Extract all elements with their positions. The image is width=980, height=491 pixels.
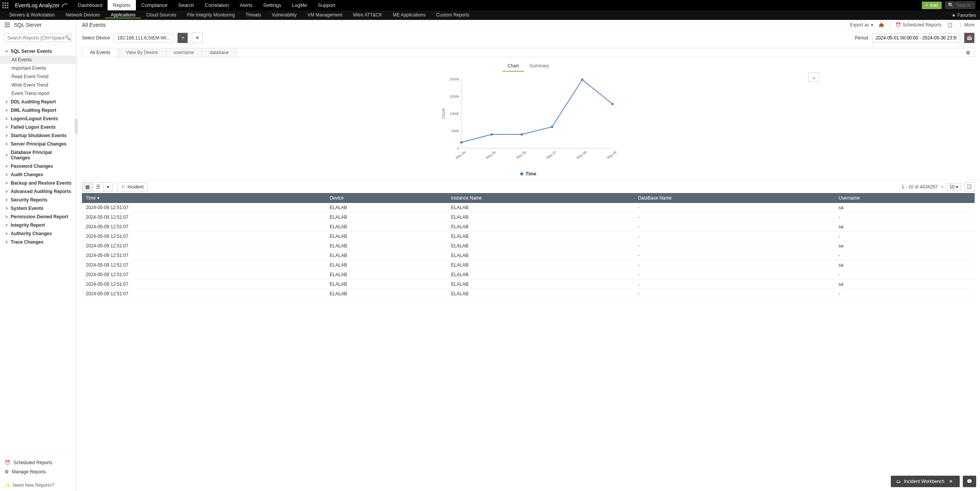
- column-header[interactable]: DataBase Name: [634, 193, 835, 203]
- tree-group[interactable]: System Events: [0, 204, 76, 213]
- need-reports-link[interactable]: ✨ Need New Reports?: [0, 480, 76, 491]
- subnav-item[interactable]: Servers & Workstation: [4, 12, 60, 18]
- table-row[interactable]: 2024-05-09 12:51:07ELALABELALAB-sa: [82, 260, 975, 270]
- tree-group[interactable]: Integrity Report: [0, 221, 76, 229]
- subnav-item[interactable]: Vulnerability: [266, 12, 302, 18]
- result-tab[interactable]: database: [202, 48, 237, 57]
- tree-group[interactable]: SQL Server Events: [0, 47, 76, 56]
- scheduled-reports-link[interactable]: ⏰ Scheduled Reports: [5, 458, 72, 467]
- topnav-compliance[interactable]: Compliance: [136, 0, 173, 10]
- topnav-settings[interactable]: Settings: [258, 0, 287, 10]
- tree-group[interactable]: Failed Logon Events: [0, 123, 76, 131]
- tree-child[interactable]: Write Event Trend: [0, 81, 76, 89]
- add-device-button[interactable]: +: [177, 33, 188, 43]
- schedule-add-icon[interactable]: 📋: [947, 22, 953, 28]
- global-search[interactable]: 🔍: [945, 1, 975, 9]
- filter-button[interactable]: ▼: [192, 33, 203, 43]
- tree-group[interactable]: Permission Denied Report: [0, 213, 76, 221]
- subnav-item[interactable]: Cloud Sources: [141, 12, 182, 18]
- table-row[interactable]: 2024-05-09 12:51:07ELALABELALAB-sa: [82, 241, 975, 251]
- device-select[interactable]: 192.168.111.6,SIEM-WI...: [114, 33, 173, 43]
- subnav-item[interactable]: File Integrity Monitoring: [182, 12, 240, 18]
- table-row[interactable]: 2024-05-09 12:51:07ELALABELALAB--: [82, 213, 975, 222]
- tree-group[interactable]: DDL Auditing Report: [0, 98, 76, 106]
- calendar-button[interactable]: 📅: [964, 33, 975, 43]
- result-tab[interactable]: All Events: [82, 48, 118, 57]
- tree-group[interactable]: Trace Changes: [0, 238, 76, 246]
- table-row[interactable]: 2024-05-09 12:51:07ELALABELALAB-sa: [82, 280, 975, 289]
- tree-child[interactable]: Event Trend report: [0, 89, 76, 98]
- sidebar-search-input[interactable]: [7, 35, 65, 41]
- tree-group[interactable]: Logon/Logout Events: [0, 115, 76, 123]
- tree-group[interactable]: Startup Shutdown Events: [0, 131, 76, 140]
- page-next-button[interactable]: ›: [941, 184, 943, 190]
- period-input[interactable]: [872, 33, 960, 43]
- list-view-button[interactable]: ☰: [93, 183, 104, 191]
- chart-type-dropdown[interactable]: ⌄: [808, 72, 819, 82]
- tree-group[interactable]: Server Principal Changes: [0, 140, 76, 148]
- tree-group[interactable]: Authority Changes: [0, 229, 76, 238]
- table-row[interactable]: 2024-05-09 12:51:07ELALABELALAB--: [82, 289, 975, 299]
- column-header[interactable]: Time ▾: [82, 193, 326, 203]
- topnav-support[interactable]: Support: [312, 0, 341, 10]
- subnav-item[interactable]: Applications: [105, 12, 141, 18]
- table-row[interactable]: 2024-05-09 12:51:07ELALABELALAB-sa: [82, 203, 975, 213]
- incident-workbench-button[interactable]: 🗂 Incident Workbench ✕: [891, 476, 960, 487]
- subnav-item[interactable]: ME Applications: [387, 12, 431, 18]
- list-dropdown-button[interactable]: ▾: [104, 183, 112, 191]
- tree-group[interactable]: Audit Changes: [0, 170, 76, 179]
- tree-group[interactable]: Backup and Restore Events: [0, 179, 76, 187]
- favorites-link[interactable]: ★ Favorites: [952, 13, 976, 18]
- hamburger-icon[interactable]: [5, 23, 10, 27]
- add-button[interactable]: + Add: [922, 2, 942, 9]
- tree-group[interactable]: Advanced Auditing Reports: [0, 187, 76, 196]
- topnav-reports[interactable]: Reports: [108, 0, 136, 10]
- chat-button[interactable]: 💬: [963, 476, 976, 487]
- chart-tab[interactable]: Summary: [524, 61, 554, 72]
- subnav-item[interactable]: Threats: [240, 12, 266, 18]
- tree-child[interactable]: Important Events: [0, 64, 76, 72]
- export-dropdown[interactable]: Export as ▾: [850, 22, 873, 28]
- chart-tab[interactable]: Chart: [502, 61, 524, 72]
- tree-group[interactable]: Security Reports: [0, 196, 76, 204]
- tree-child[interactable]: All Events: [0, 56, 76, 64]
- topnav-alerts[interactable]: Alerts: [234, 0, 258, 10]
- close-icon[interactable]: ✕: [947, 479, 954, 484]
- table-row[interactable]: 2024-05-09 12:51:07ELALABELALAB--: [82, 232, 975, 241]
- sidebar-search[interactable]: 🔍: [5, 33, 72, 42]
- more-button[interactable]: ⋮ More: [958, 22, 975, 28]
- topnav-dashboard[interactable]: Dashboard: [73, 0, 108, 10]
- topnav-logme[interactable]: LogMe: [287, 0, 313, 10]
- column-header[interactable]: Username: [835, 193, 975, 203]
- scheduled-reports-button[interactable]: ⏰ Scheduled Reports: [895, 22, 942, 28]
- result-tab[interactable]: View By Device: [118, 48, 166, 57]
- export-icon[interactable]: 📤: [879, 22, 884, 28]
- apps-icon[interactable]: [0, 0, 10, 10]
- tree-group[interactable]: DML Auditing Report: [0, 106, 76, 115]
- grid-view-button[interactable]: ▦: [82, 183, 93, 191]
- table-row[interactable]: 2024-05-09 12:51:07ELALABELALAB-sa: [82, 222, 975, 232]
- manage-reports-link[interactable]: ⚙ Manage Reports: [5, 467, 72, 476]
- topnav-correlation[interactable]: Correlation: [199, 0, 235, 10]
- brand-logo[interactable]: EventLog Analyzer: [10, 2, 73, 9]
- column-header[interactable]: Device: [326, 193, 447, 203]
- topnav-search[interactable]: Search: [173, 0, 199, 10]
- subnav-item[interactable]: Mitre ATT&CK: [348, 12, 387, 18]
- tabs-settings-button[interactable]: ⚙: [962, 48, 974, 57]
- incident-button[interactable]: ⚐ Incident: [117, 182, 148, 191]
- favorites-label: Favorites: [957, 13, 976, 18]
- global-search-input[interactable]: [956, 3, 975, 8]
- tree-group[interactable]: Database Principal Changes: [0, 148, 76, 162]
- tree-group[interactable]: Password Changes: [0, 162, 76, 170]
- columns-settings-button[interactable]: ⿲: [965, 182, 975, 191]
- subnav-item[interactable]: VM Management: [302, 12, 348, 18]
- column-header[interactable]: Instance Name: [447, 193, 634, 203]
- table-row[interactable]: 2024-05-09 12:51:07ELALABELALAB--: [82, 270, 975, 280]
- page-size-select[interactable]: 10 ▾: [947, 183, 961, 191]
- table-row[interactable]: 2024-05-09 12:51:07ELALABELALAB--: [82, 251, 975, 260]
- subnav-item[interactable]: Network Devices: [60, 12, 105, 18]
- subnav-item[interactable]: Custom Reports: [431, 12, 475, 18]
- result-tab[interactable]: username: [166, 48, 202, 57]
- plus-icon: +: [181, 35, 184, 41]
- tree-child[interactable]: Read Event Trend: [0, 72, 76, 81]
